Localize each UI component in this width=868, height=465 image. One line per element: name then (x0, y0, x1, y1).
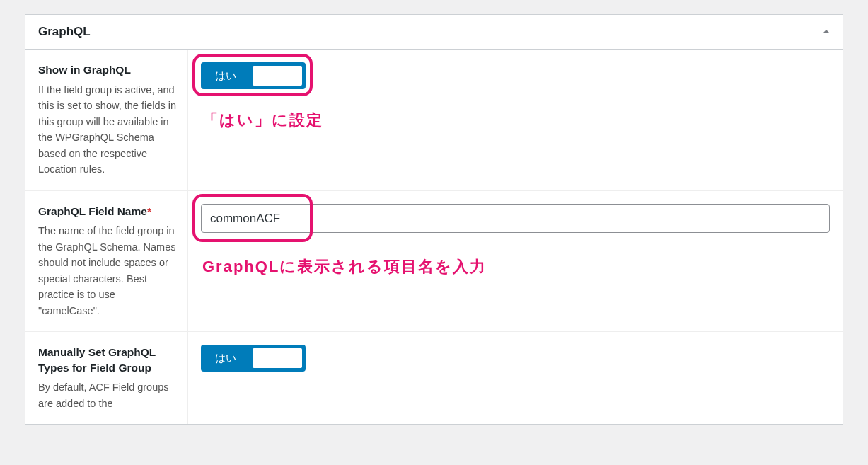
panel-header[interactable]: GraphQL (25, 15, 843, 50)
field-label-text: GraphQL Field Name (38, 205, 147, 217)
graphql-panel: GraphQL Show in GraphQL If the field gro… (25, 14, 843, 425)
field-row-manual-types: Manually Set GraphQL Types for Field Gro… (25, 332, 843, 424)
field-label: GraphQL Field Name* (38, 204, 178, 219)
manual-types-toggle[interactable]: はい (201, 345, 306, 372)
graphql-field-name-input[interactable] (201, 204, 830, 234)
field-input-column: はい 「はい」に設定 (188, 50, 843, 190)
field-label-column: Show in GraphQL If the field group is ac… (25, 50, 188, 190)
field-input-column: GraphQLに表示される項目名を入力 (188, 191, 843, 332)
field-description: By default, ACF Field groups are added t… (38, 379, 178, 411)
toggle-label: はい (202, 69, 236, 83)
required-mark: * (147, 205, 151, 217)
field-label-column: Manually Set GraphQL Types for Field Gro… (25, 332, 188, 424)
collapse-up-icon (823, 26, 830, 33)
field-description: If the field group is active, and this i… (38, 82, 178, 178)
field-label: Manually Set GraphQL Types for Field Gro… (38, 345, 178, 375)
annotation-text: 「はい」に設定 (202, 110, 323, 131)
field-description: The name of the field group in the Graph… (38, 223, 178, 318)
panel-title: GraphQL (38, 25, 91, 39)
toggle-knob (253, 66, 302, 86)
field-row-show-in-graphql: Show in GraphQL If the field group is ac… (25, 50, 843, 191)
field-row-field-name: GraphQL Field Name* The name of the fiel… (25, 191, 843, 333)
toggle-knob (253, 348, 302, 368)
toggle-label: はい (202, 352, 236, 365)
field-input-column: はい (188, 332, 843, 424)
field-label: Show in GraphQL (38, 62, 178, 78)
annotation-text: GraphQLに表示される項目名を入力 (202, 256, 487, 277)
show-in-graphql-toggle[interactable]: はい (201, 62, 306, 89)
field-label-column: GraphQL Field Name* The name of the fiel… (25, 191, 188, 332)
